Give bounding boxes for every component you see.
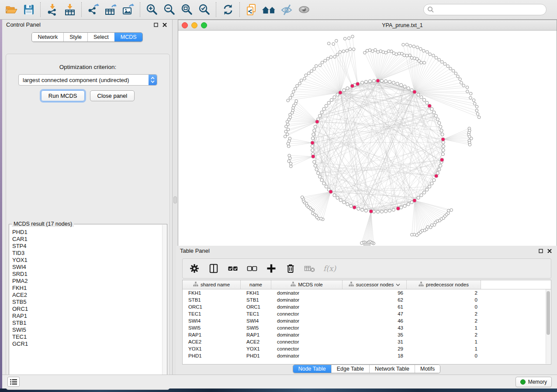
close-table-panel-icon[interactable]	[546, 248, 553, 254]
mcds-result-scrollbar[interactable]	[162, 225, 166, 385]
network-node[interactable]	[475, 109, 478, 112]
network-node[interactable]	[349, 204, 353, 207]
network-node[interactable]	[457, 75, 460, 78]
network-node[interactable]	[325, 185, 328, 188]
network-node[interactable]	[469, 92, 472, 95]
network-node[interactable]	[429, 226, 432, 229]
network-node[interactable]	[311, 148, 314, 151]
network-node[interactable]	[363, 51, 367, 54]
network-node[interactable]	[395, 53, 398, 56]
network-node[interactable]	[384, 79, 387, 83]
network-node[interactable]	[407, 203, 410, 206]
network-node[interactable]	[408, 54, 412, 57]
network-node[interactable]	[384, 210, 387, 213]
network-node[interactable]	[287, 99, 290, 102]
network-node[interactable]	[452, 69, 455, 72]
network-node[interactable]	[392, 208, 395, 211]
table-scrollbar[interactable]	[546, 289, 550, 364]
network-node[interactable]	[289, 116, 292, 119]
search-input[interactable]	[423, 4, 547, 15]
mcds-result-item[interactable]: PMA2	[12, 278, 163, 285]
network-node[interactable]	[430, 182, 433, 185]
network-node[interactable]	[322, 182, 325, 185]
network-node[interactable]	[417, 196, 420, 199]
network-node[interactable]	[333, 55, 336, 58]
column-header-shared-name[interactable]: shared name	[183, 280, 241, 289]
network-node[interactable]	[419, 48, 422, 51]
network-node[interactable]	[388, 80, 391, 83]
export-network-icon[interactable]	[85, 1, 102, 18]
network-canvas[interactable]	[178, 31, 557, 246]
table-row[interactable]: RAP1RAP1dominator352	[183, 331, 551, 338]
tab-network-table[interactable]: Network Table	[369, 365, 415, 373]
network-node[interactable]	[284, 130, 287, 133]
table-scrollbar-thumb[interactable]	[547, 291, 550, 335]
network-node[interactable]	[442, 148, 445, 151]
export-table-icon[interactable]	[102, 1, 120, 18]
network-node[interactable]	[417, 93, 420, 96]
mcds-dominator-node[interactable]	[356, 82, 360, 86]
open-session-icon[interactable]	[3, 1, 20, 18]
mcds-result-item[interactable]: STP4	[12, 243, 163, 250]
network-node[interactable]	[388, 209, 391, 212]
network-node[interactable]	[441, 152, 444, 155]
mcds-dominator-node[interactable]	[315, 120, 319, 124]
network-node[interactable]	[475, 105, 478, 108]
close-panel-icon[interactable]	[161, 21, 168, 28]
run-mcds-button[interactable]: Run MCDS	[41, 90, 85, 101]
network-node[interactable]	[289, 96, 292, 100]
network-node[interactable]	[366, 49, 369, 52]
tab-select[interactable]: Select	[87, 33, 114, 41]
zoom-out-icon[interactable]	[161, 1, 178, 18]
save-session-icon[interactable]	[20, 1, 38, 18]
network-node[interactable]	[466, 90, 469, 93]
float-table-panel-icon[interactable]	[537, 248, 544, 254]
network-node[interactable]	[380, 79, 383, 83]
add-column-icon[interactable]	[266, 263, 277, 274]
network-node[interactable]	[449, 67, 452, 70]
network-node[interactable]	[287, 128, 290, 131]
network-node[interactable]	[361, 208, 364, 211]
network-node[interactable]	[422, 191, 426, 194]
network-node[interactable]	[400, 83, 403, 86]
network-node[interactable]	[409, 45, 412, 48]
network-node[interactable]	[320, 111, 323, 114]
table-row[interactable]: SWI4SWI4dominator462	[183, 317, 551, 324]
network-node[interactable]	[346, 203, 349, 206]
network-node[interactable]	[329, 55, 332, 58]
zoom-selected-icon[interactable]	[196, 1, 213, 18]
network-node[interactable]	[320, 179, 323, 182]
mcds-dominator-node[interactable]	[441, 138, 445, 141]
network-node[interactable]	[438, 121, 441, 124]
network-node[interactable]	[368, 79, 371, 83]
network-node[interactable]	[360, 242, 363, 245]
network-node[interactable]	[342, 50, 345, 53]
network-node[interactable]	[300, 79, 303, 82]
network-node[interactable]	[289, 162, 292, 165]
network-node[interactable]	[423, 61, 426, 64]
network-node[interactable]	[346, 49, 349, 52]
mcds-result-item[interactable]: YOX1	[12, 257, 163, 264]
network-node[interactable]	[325, 104, 328, 107]
network-node[interactable]	[374, 48, 377, 52]
network-node[interactable]	[416, 46, 419, 49]
network-node[interactable]	[476, 113, 479, 116]
mcds-result-item[interactable]: TID3	[12, 250, 163, 257]
network-node[interactable]	[313, 129, 316, 132]
network-node[interactable]	[343, 201, 346, 204]
network-node[interactable]	[287, 160, 291, 163]
network-node[interactable]	[313, 68, 316, 71]
mcds-result-item[interactable]: SWI5	[12, 327, 163, 334]
network-node[interactable]	[428, 185, 431, 188]
mcds-result-item[interactable]: STB5	[12, 299, 163, 306]
mcds-dominator-node[interactable]	[435, 174, 438, 178]
network-node[interactable]	[284, 135, 287, 138]
network-node[interactable]	[468, 143, 471, 146]
network-node[interactable]	[318, 114, 322, 117]
tab-style[interactable]: Style	[63, 33, 87, 41]
network-node[interactable]	[364, 80, 367, 83]
network-node[interactable]	[321, 61, 324, 64]
network-node[interactable]	[459, 78, 462, 81]
network-node[interactable]	[415, 234, 419, 237]
table-row[interactable]: STB1STB1dominator620	[183, 296, 551, 303]
